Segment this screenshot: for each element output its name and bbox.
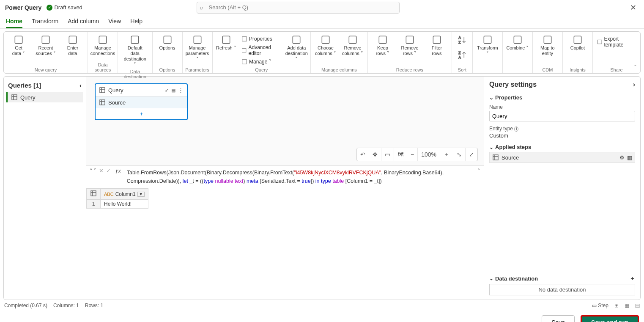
save-and-run-button[interactable]: Save and run (581, 315, 639, 322)
zoom-out-button[interactable]: − (407, 148, 418, 161)
filter-rows-button[interactable]: Filter rows (424, 33, 450, 57)
svg-rect-8 (242, 37, 247, 41)
column-header[interactable]: ABC Column1 ▼ (101, 189, 148, 200)
export-template-button[interactable]: Export template (595, 35, 639, 49)
query-card[interactable]: Query ⤢ ▤ ⋮ Source ＋ (95, 83, 188, 120)
close-button[interactable]: ✕ (628, 3, 639, 12)
add-step-button[interactable]: ＋ (96, 108, 187, 119)
svg-rect-12 (322, 36, 329, 43)
sort-asc-button[interactable]: AZ (454, 33, 471, 48)
cell[interactable]: Hello World! (101, 200, 148, 209)
svg-rect-16 (433, 36, 440, 43)
fit-icon[interactable]: ▭ (381, 148, 394, 161)
view-schema-icon[interactable]: ▤ (635, 303, 640, 308)
combine-button[interactable]: Combine ˅ (504, 33, 531, 52)
svg-rect-26 (12, 95, 17, 100)
svg-rect-15 (406, 36, 413, 43)
query-step[interactable]: Source (96, 96, 187, 108)
svg-rect-21 (484, 36, 491, 43)
undo-icon[interactable]: ↶ (357, 148, 369, 161)
script-icon[interactable]: ▤ (171, 88, 175, 93)
tab-help[interactable]: Help (130, 18, 143, 28)
svg-rect-1 (42, 36, 49, 43)
copilot-button[interactable]: Copilot (565, 33, 591, 52)
group-label: Share (610, 66, 622, 72)
grid-corner[interactable] (87, 189, 101, 200)
table-icon (492, 154, 499, 161)
save-status-text: Draft saved (54, 4, 82, 11)
svg-rect-4 (132, 36, 139, 43)
info-icon[interactable]: i (514, 127, 518, 132)
query-item[interactable]: Query (6, 92, 83, 102)
app-title: Power Query (5, 4, 41, 11)
dest-icon[interactable]: ▥ (627, 154, 632, 161)
advanced-editor-button[interactable]: Advanced editor (239, 44, 284, 57)
status-completed: Completed (0.67 s) (4, 303, 47, 308)
tab-transform[interactable]: Transform (32, 18, 58, 28)
choose-columns-button[interactable]: Choose columns ˅ (312, 33, 339, 57)
svg-rect-29 (100, 88, 105, 93)
applied-step[interactable]: Source ⚙ ▥ (489, 152, 635, 163)
tab-add-column[interactable]: Add column (68, 18, 99, 28)
default-data-destination-button[interactable]: Default data destination ˅ (122, 33, 148, 68)
map-to-entity-button[interactable]: Map to entity (534, 33, 561, 57)
formula-text[interactable]: Table.FromRows(Json.Document(Binary.Deco… (125, 168, 475, 186)
collapse-icon[interactable]: ⤡ (453, 148, 466, 161)
enter-data-button[interactable]: Enter data (60, 33, 86, 57)
view-diagram-icon[interactable]: ⊞ (614, 303, 619, 308)
pan-icon[interactable]: ✥ (369, 148, 381, 161)
ribbon-collapse-icon[interactable]: ˄ (634, 64, 637, 71)
manage-parameters-button[interactable]: Manage parameters ˅ (184, 33, 211, 63)
remove-columns-button[interactable]: Remove columns ˅ (340, 33, 366, 57)
no-destination: No data destination (489, 284, 635, 295)
svg-rect-22 (514, 36, 521, 43)
keep-rows-button[interactable]: Keep rows ˅ (370, 33, 396, 57)
collapse-queries-icon[interactable]: ‹ (79, 82, 82, 89)
add-destination-icon[interactable]: ＋ (630, 275, 635, 282)
applied-steps-section[interactable]: Applied steps (489, 144, 635, 150)
svg-rect-0 (15, 36, 22, 43)
get-data-button[interactable]: Get data ˅ (5, 33, 32, 57)
collapse-settings-icon[interactable]: › (633, 81, 635, 88)
options-button[interactable]: Options (154, 33, 181, 52)
zoom-level: 100% (418, 148, 440, 161)
manage-button[interactable]: Manage ˅ (239, 58, 284, 66)
sort-desc-button[interactable]: ZA (454, 49, 471, 63)
column-dropdown-icon[interactable]: ▼ (137, 192, 145, 197)
fx-icon: ƒx (113, 168, 123, 174)
save-button[interactable]: Save (542, 315, 575, 322)
step-indicator[interactable]: ▭ Step (592, 303, 608, 308)
view-table-icon[interactable]: ▦ (625, 303, 629, 308)
fullscreen-icon[interactable]: ⤢ (466, 148, 477, 161)
transform-button[interactable]: Transform ˅ (474, 33, 501, 57)
accept-formula-icon[interactable]: ✓ (106, 168, 111, 174)
svg-rect-25 (597, 40, 601, 44)
cancel-formula-icon[interactable]: ✕ (99, 168, 104, 174)
recent-sources-button[interactable]: Recent sources ˅ (33, 33, 59, 57)
add-data-destination-button[interactable]: Add data destination ˅ (285, 33, 309, 66)
refresh-button[interactable]: Refresh ˅ (214, 33, 238, 66)
data-destination-section[interactable]: Data destination ＋ (489, 275, 635, 282)
name-label: Name (489, 104, 635, 110)
expand-icon[interactable]: ⤢ (165, 88, 169, 93)
tab-home[interactable]: Home (6, 18, 22, 28)
type-icon[interactable]: ABC (104, 192, 114, 197)
gear-icon[interactable]: ⚙ (619, 154, 625, 161)
query-name-input[interactable] (489, 111, 635, 121)
svg-rect-38 (493, 155, 498, 160)
properties-button[interactable]: Properties (239, 35, 284, 43)
table-icon (99, 87, 106, 94)
step-fwd-icon[interactable]: ˅ (93, 168, 96, 174)
zoom-in-button[interactable]: ＋ (440, 148, 453, 161)
manage-connections-button[interactable]: Manage connections (90, 33, 116, 57)
search-input[interactable] (197, 2, 400, 14)
table-icon (99, 99, 106, 106)
step-back-icon[interactable]: ˄ (90, 168, 93, 174)
tab-view[interactable]: View (108, 18, 121, 28)
svg-rect-14 (379, 36, 386, 43)
remove-rows-button[interactable]: Remove rows ˅ (397, 33, 423, 57)
more-icon[interactable]: ⋮ (178, 87, 184, 94)
properties-section[interactable]: Properties (489, 94, 635, 101)
minimap-icon[interactable]: 🗺 (394, 148, 407, 161)
expand-formula-icon[interactable]: ˄ (477, 168, 480, 174)
